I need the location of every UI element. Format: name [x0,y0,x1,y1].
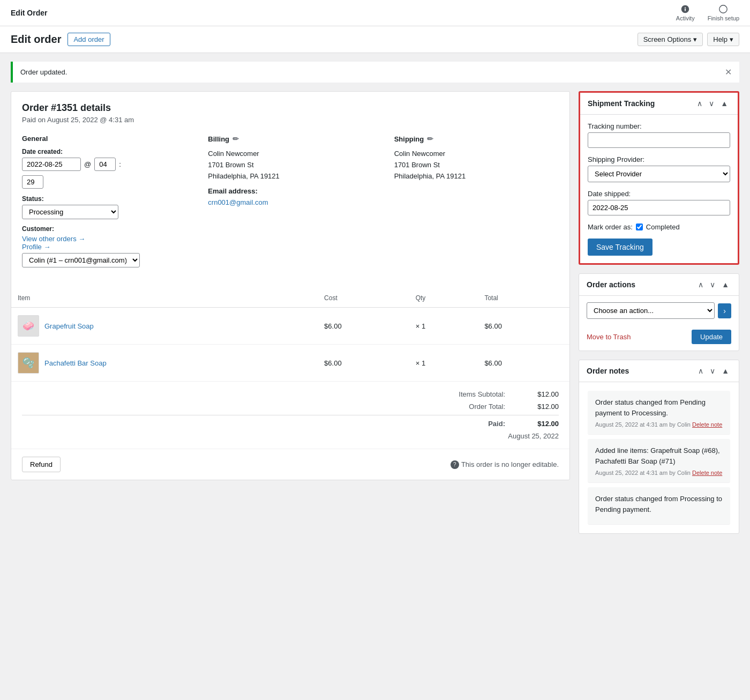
order-notes-title: Order notes [587,367,629,375]
list-item: Added line items: Grapefruit Soap (#68),… [588,439,730,483]
item-image-1: 🧼 [18,315,39,337]
list-item: Order status changed from Processing to … [588,487,730,525]
mark-order-row: Mark order as: Completed [588,223,730,231]
delete-note-1-link[interactable]: Delete note [692,421,722,428]
svg-point-0 [719,5,727,13]
date-shipped-field: Date shipped: [588,190,730,215]
page-header: Edit order Add order Screen Options ▾ He… [0,26,750,53]
action-row: Choose an action... › [579,296,739,325]
order-total-label: Order Total: [441,403,505,411]
order-notes-expand-button[interactable]: ▲ [719,366,731,376]
order-details-body: Order #1351 details Paid on August 25, 2… [11,92,569,289]
billing-edit-icon[interactable]: ✏ [232,135,239,143]
table-row: 🫧 Pachafetti Bar Soap $6.00 × 1 $6.00 [11,345,569,382]
details-grid: General Date created: @ : Status: Proce [22,135,559,267]
total-col-header: Total [478,289,569,308]
panel-collapse-down-button[interactable]: ∨ [707,98,716,109]
mark-order-label: Mark order as: [588,223,633,231]
date-shipped-label: Date shipped: [588,190,730,198]
delete-note-2-link[interactable]: Delete note [692,470,722,476]
order-total-row: Order Total: $12.00 [22,403,559,411]
finish-setup-button[interactable]: Finish setup [708,4,739,21]
customer-select[interactable]: Colin (#1 – crn001@gmail.com) × [22,253,140,267]
profile-link[interactable]: Profile → [22,243,50,251]
order-actions-card: Order actions ∧ ∨ ▲ Choose an action... … [579,273,739,351]
move-to-trash-link[interactable]: Move to Trash [587,333,631,341]
item-name-1[interactable]: Grapefruit Soap [44,322,94,330]
update-button[interactable]: Update [692,330,731,344]
action-select[interactable]: Choose an action... [587,302,715,319]
order-notes-up-button[interactable]: ∧ [696,366,706,376]
admin-bar-right: Activity Finish setup [676,4,739,21]
paid-row: Paid: $12.00 [22,420,559,428]
not-editable-notice: ? This order is no longer editable. [451,460,559,469]
note-meta-2: August 25, 2022 at 4:31 am by Colin Dele… [595,470,723,476]
help-button[interactable]: Help ▾ [707,33,739,46]
note-meta-1: August 25, 2022 at 4:31 am by Colin Dele… [595,421,723,428]
hour-input[interactable] [94,158,116,171]
order-actions-down-button[interactable]: ∨ [708,279,717,290]
panel-expand-button[interactable]: ▲ [718,98,730,109]
panel-collapse-up-button[interactable]: ∧ [695,98,704,109]
status-select[interactable]: Processing [22,205,118,219]
shipment-tracking-card: Shipment Tracking ∧ ∨ ▲ Tracking number:… [579,91,739,265]
email-link[interactable]: crn001@gmail.com [208,198,268,206]
activity-button[interactable]: Activity [676,4,695,21]
left-column: Order #1351 details Paid on August 25, 2… [11,91,570,534]
order-actions-up-button[interactable]: ∧ [696,279,706,290]
item-cost-2: $6.00 [318,345,409,382]
admin-bar: Edit Order Activity Finish setup [0,0,750,26]
page-header-left: Edit order Add order [11,33,110,46]
shipping-section: Shipping ✏ Colin Newcomer 1701 Brown St … [394,135,559,267]
order-actions-controls: ∧ ∨ ▲ [696,279,731,290]
add-order-button[interactable]: Add order [68,33,110,46]
action-go-button[interactable]: › [718,303,731,318]
shipment-tracking-body: Tracking number: Shipping Provider: Sele… [580,115,738,263]
shipping-section-title: Shipping ✏ [394,135,559,143]
note-text-3: Order status changed from Processing to … [595,494,723,515]
paid-label: Paid: [441,420,505,428]
dropdown-icon: ▾ [693,35,697,43]
card-footer: Refund ? This order is no longer editabl… [11,449,569,480]
right-column: Shipment Tracking ∧ ∨ ▲ Tracking number:… [579,91,739,534]
shipping-provider-select[interactable]: Select Provider UPS USPS FedEx DHL [588,166,730,182]
main-layout: Order #1351 details Paid on August 25, 2… [0,91,750,545]
list-item: Order status changed from Pending paymen… [588,391,730,435]
notice-close-button[interactable]: ✕ [725,67,732,77]
date-input[interactable] [22,158,81,171]
general-section: General Date created: @ : Status: Proce [22,135,186,267]
notice-message: Order updated. [20,68,67,76]
admin-bar-title: Edit Order [11,9,47,17]
screen-options-button[interactable]: Screen Options ▾ [638,33,703,46]
view-orders-link[interactable]: View other orders → [22,235,85,243]
order-title: Order #1351 details [22,102,559,114]
trash-update-row: Move to Trash Update [579,325,739,351]
order-details-card: Order #1351 details Paid on August 25, 2… [11,91,570,480]
items-table: Item Cost Qty Total 🧼 Grapefruit Soap [11,289,569,382]
note-text-1: Order status changed from Pending paymen… [595,397,723,418]
status-label: Status: [22,195,186,203]
customer-label: Customer: [22,225,54,233]
refund-button[interactable]: Refund [22,457,61,472]
item-total-2: $6.00 [478,345,569,382]
item-cost-1: $6.00 [318,308,409,345]
save-tracking-button[interactable]: Save Tracking [588,239,652,256]
minute-input[interactable] [22,175,43,189]
order-actions-expand-button[interactable]: ▲ [719,279,731,290]
mark-completed-checkbox[interactable] [636,224,643,230]
subtotal-label: Items Subtotal: [441,390,505,398]
date-shipped-input[interactable] [588,200,730,215]
shipping-provider-label: Shipping Provider: [588,155,730,163]
item-qty-2: × 1 [409,345,478,382]
tracking-number-input[interactable] [588,132,730,148]
order-notes-down-button[interactable]: ∨ [708,366,717,376]
subtotal-value: $12.00 [527,390,559,398]
totals-section: Items Subtotal: $12.00 Order Total: $12.… [11,382,569,449]
page-title: Edit order [11,33,61,46]
item-name-2[interactable]: Pachafetti Bar Soap [44,359,107,367]
shipping-edit-icon[interactable]: ✏ [427,135,433,143]
order-subtitle: Paid on August 25, 2022 @ 4:31 am [22,116,559,124]
cost-col-header: Cost [318,289,409,308]
mark-order-status: Completed [646,223,680,231]
order-notes-header: Order notes ∧ ∨ ▲ [579,360,739,382]
